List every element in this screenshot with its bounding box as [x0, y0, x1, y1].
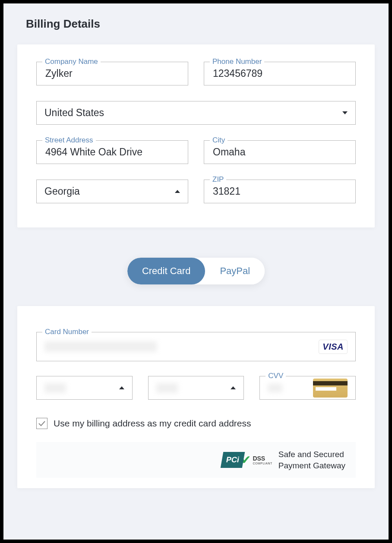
cvv-masked — [268, 384, 282, 392]
caret-up-icon — [119, 386, 124, 389]
card-number-label: Card Number — [42, 328, 92, 336]
phone-field: Phone Number — [204, 62, 356, 85]
security-text: Safe and Secured Payment Gateway — [278, 449, 345, 471]
caret-down-icon — [342, 111, 348, 114]
expiry-year-masked — [156, 383, 178, 393]
card-brand-badge: VISA — [319, 340, 348, 354]
pci-dss-badge: PCi ✔ DSS COMPLIANT — [222, 452, 272, 468]
state-value: Georgia — [44, 186, 80, 197]
cvv-label: CVV — [266, 372, 286, 380]
use-billing-checkbox[interactable] — [36, 418, 47, 429]
card-back-icon — [313, 379, 348, 398]
zip-field: ZIP — [204, 180, 356, 203]
expiry-year-select[interactable] — [148, 376, 244, 400]
city-field: City — [204, 140, 356, 164]
phone-label: Phone Number — [210, 57, 264, 66]
dss-text: DSS COMPLIANT — [253, 455, 272, 465]
company-field: Company Name — [36, 62, 188, 85]
state-field: Georgia — [36, 180, 188, 203]
country-field: United States — [36, 101, 356, 125]
cvv-field: CVV — [259, 376, 356, 400]
tab-credit-card[interactable]: Credit Card — [127, 258, 205, 284]
card-details-card: Card Number VISA CVV — [17, 306, 375, 488]
billing-card: Company Name Phone Number United States — [17, 44, 375, 227]
pci-icon: PCi — [221, 452, 245, 468]
card-number-field: Card Number VISA — [36, 332, 356, 361]
city-label: City — [210, 136, 228, 145]
street-field: Street Address — [36, 140, 188, 164]
security-row: PCi ✔ DSS COMPLIANT Safe and Secured Pay… — [36, 442, 356, 478]
country-select[interactable]: United States — [36, 101, 356, 125]
page-title: Billing Details — [26, 17, 375, 31]
company-input[interactable] — [44, 67, 180, 80]
zip-input[interactable] — [212, 185, 348, 198]
use-billing-label: Use my billing address as my credit card… — [54, 418, 251, 429]
street-input[interactable] — [44, 146, 180, 158]
expiry-month-masked — [44, 383, 66, 393]
use-billing-row: Use my billing address as my credit card… — [36, 418, 356, 429]
payment-method-toggle: Credit Card PayPal — [17, 258, 375, 284]
tab-paypal[interactable]: PayPal — [205, 258, 265, 284]
phone-input[interactable] — [212, 67, 348, 80]
street-label: Street Address — [42, 136, 96, 145]
state-select[interactable]: Georgia — [36, 180, 188, 203]
city-input[interactable] — [212, 146, 348, 158]
caret-up-icon — [175, 190, 180, 193]
zip-label: ZIP — [210, 175, 226, 184]
expiry-month-field — [36, 376, 133, 400]
card-number-input-box[interactable]: VISA — [36, 332, 356, 361]
company-label: Company Name — [42, 57, 101, 66]
expiry-month-select[interactable] — [36, 376, 133, 400]
country-value: United States — [44, 107, 104, 119]
card-number-masked — [44, 341, 157, 352]
expiry-year-field — [148, 376, 244, 400]
caret-up-icon — [231, 386, 236, 389]
